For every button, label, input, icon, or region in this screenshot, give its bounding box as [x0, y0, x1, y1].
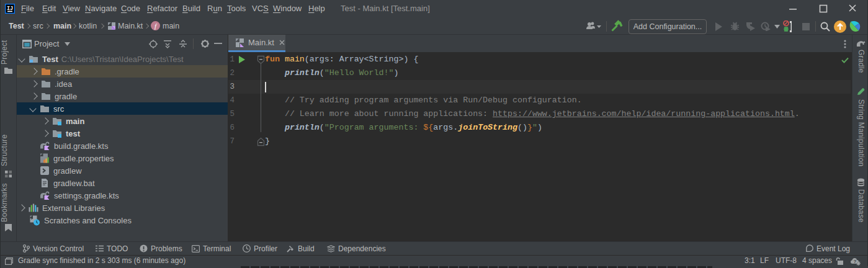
svg-text:?: ? — [854, 259, 857, 264]
svg-text:IJ: IJ — [7, 6, 13, 12]
